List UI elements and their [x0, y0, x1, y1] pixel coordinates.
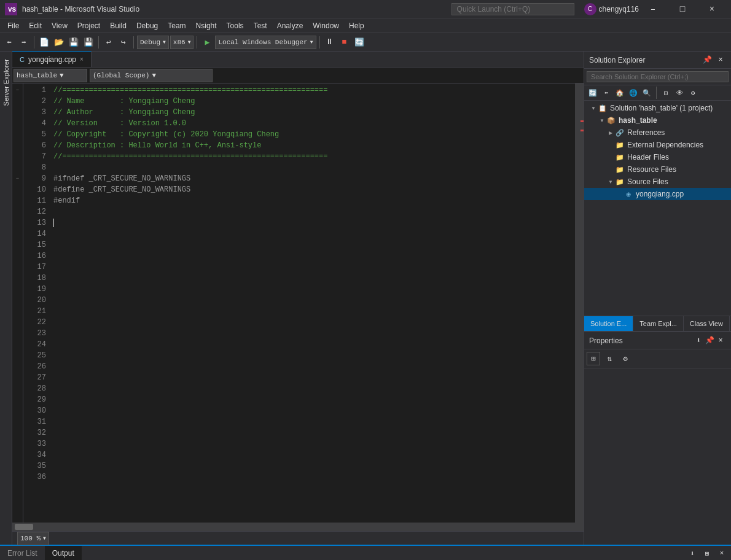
- file-tab-yongqiang[interactable]: C yongqiang.cpp ×: [12, 51, 92, 67]
- se-home-button[interactable]: 🏠: [614, 87, 626, 99]
- prop-header: Properties ⬇ 📌 ×: [584, 332, 731, 349]
- menu-item-nsight[interactable]: Nsight: [191, 18, 222, 33]
- prop-close-button[interactable]: ×: [715, 335, 726, 346]
- external-dependencies-item[interactable]: ▶ 📁 External Dependencies: [584, 139, 731, 151]
- resource-expand-arrow: ▶: [606, 167, 615, 173]
- code-line-24: [53, 339, 575, 350]
- se-close-button[interactable]: ×: [715, 55, 726, 66]
- menu-item-project[interactable]: Project: [72, 18, 105, 33]
- user-info: C chengyq116: [584, 3, 639, 15]
- menu-item-build[interactable]: Build: [105, 18, 131, 33]
- se-pin-button[interactable]: 📌: [702, 55, 713, 66]
- se-show-all-button[interactable]: 👁: [673, 87, 686, 99]
- se-refresh-button[interactable]: 🔄: [587, 87, 599, 99]
- line-spacer: [12, 184, 23, 195]
- prop-alphabetical-button[interactable]: ⇅: [603, 352, 616, 365]
- project-item[interactable]: ▼ 📦 hash_table: [584, 114, 731, 126]
- output-tab[interactable]: Output: [45, 546, 82, 561]
- username: chengyq116: [599, 5, 639, 14]
- bp-controls: ⬇ ⊞ ×: [686, 546, 731, 560]
- debugger-dropdown[interactable]: Local Windows Debugger▼: [215, 36, 316, 49]
- prop-pages-button[interactable]: ⚙: [619, 352, 632, 365]
- platform-dropdown[interactable]: x86▼: [170, 36, 194, 49]
- source-expand-arrow: ▼: [606, 179, 615, 185]
- header-files-item[interactable]: ▶ 📁 Header Files: [584, 151, 731, 163]
- solution-root-item[interactable]: ▼ 📋 Solution 'hash_table' (1 project): [584, 102, 731, 114]
- collapse-btn-1[interactable]: −: [12, 85, 23, 96]
- restart-button[interactable]: 🔄: [353, 36, 366, 49]
- references-item[interactable]: ▶ 🔗 References: [584, 126, 731, 139]
- forward-button[interactable]: ➡: [17, 36, 31, 49]
- bp-float-button[interactable]: ⊞: [700, 546, 714, 560]
- se-back-button[interactable]: ⬅: [600, 87, 612, 99]
- h-scroll-thumb[interactable]: [15, 524, 33, 530]
- restore-button[interactable]: □: [668, 0, 697, 18]
- start-debug-button[interactable]: ▶: [200, 36, 214, 49]
- bp-close-button[interactable]: ×: [715, 546, 729, 560]
- file-dropdown[interactable]: hash_table▼: [14, 69, 87, 82]
- redo-button[interactable]: ↪: [117, 36, 130, 49]
- se-search-input[interactable]: [587, 71, 729, 82]
- menu-item-file[interactable]: File: [2, 18, 24, 33]
- menu-item-view[interactable]: View: [47, 18, 72, 33]
- server-explorer-label[interactable]: Server Explorer: [0, 56, 12, 108]
- yongqiang-cpp-item[interactable]: ▶ ⊕ yongqiang.cpp: [584, 188, 731, 200]
- code-line-22: [53, 317, 575, 328]
- menu-item-help[interactable]: Help: [344, 18, 369, 33]
- project-label: hash_table: [619, 116, 657, 125]
- tab-filename: yongqiang.cpp: [28, 55, 76, 64]
- editor-scrollbar[interactable]: [575, 84, 584, 523]
- menu-item-tools[interactable]: Tools: [222, 18, 249, 33]
- bp-expand-button[interactable]: ⬇: [686, 546, 699, 560]
- error-list-tab[interactable]: Error List: [0, 546, 45, 561]
- bottom-panel-tabs: Error List Output ⬇ ⊞ ×: [0, 546, 731, 560]
- class-view-tab[interactable]: Class View: [684, 316, 730, 332]
- header-label: Header Files: [627, 153, 669, 161]
- debug-config-dropdown[interactable]: Debug▼: [137, 36, 169, 49]
- tab-close-button[interactable]: ×: [80, 56, 84, 63]
- solution-explorer-tab[interactable]: Solution E...: [584, 316, 633, 332]
- se-tree: ▼ 📋 Solution 'hash_table' (1 project) ▼ …: [584, 101, 731, 316]
- scope-dropdown[interactable]: (Global Scope)▼: [90, 69, 213, 82]
- menu-item-window[interactable]: Window: [308, 18, 344, 33]
- save-all-button[interactable]: 💾: [82, 36, 95, 49]
- save-button[interactable]: 💾: [67, 36, 80, 49]
- prop-pin-button[interactable]: 📌: [704, 335, 715, 346]
- code-line-36: [53, 472, 575, 483]
- code-editor[interactable]: − − 1234 5678 9101112 13141516 17181920 …: [12, 84, 584, 523]
- team-explorer-tab[interactable]: Team Expl...: [633, 316, 684, 332]
- open-button[interactable]: 📂: [52, 36, 66, 49]
- horizontal-scrollbar[interactable]: [12, 523, 584, 531]
- menu-item-debug[interactable]: Debug: [131, 18, 163, 33]
- title-bar: VS hash_table - Microsoft Visual Studio …: [0, 0, 731, 18]
- menu-item-test[interactable]: Test: [249, 18, 272, 33]
- minimize-button[interactable]: –: [639, 0, 667, 18]
- quick-launch-input[interactable]: [452, 3, 574, 15]
- se-collapse-button[interactable]: ⊟: [660, 87, 672, 99]
- menu-item-team[interactable]: Team: [163, 18, 190, 33]
- new-project-button[interactable]: 📄: [37, 36, 51, 49]
- collapse-btn-9[interactable]: −: [12, 173, 23, 184]
- se-web-button[interactable]: 🌐: [627, 87, 639, 99]
- close-button[interactable]: ×: [698, 0, 726, 18]
- back-button[interactable]: ⬅: [2, 36, 16, 49]
- pause-button[interactable]: ⏸: [323, 36, 337, 49]
- source-label: Source Files: [627, 177, 668, 186]
- se-filter-button[interactable]: ⚙: [687, 87, 699, 99]
- resource-files-item[interactable]: ▶ 📁 Resource Files: [584, 163, 731, 176]
- code-line-23: [53, 328, 575, 339]
- se-search-btn[interactable]: 🔍: [641, 87, 653, 99]
- prop-categories-button[interactable]: ⊞: [587, 352, 600, 365]
- prop-content: [584, 368, 731, 418]
- menu-item-edit[interactable]: Edit: [24, 18, 47, 33]
- se-search-box: [584, 69, 731, 85]
- source-files-item[interactable]: ▼ 📁 Source Files: [584, 176, 731, 188]
- undo-button[interactable]: ↩: [102, 36, 115, 49]
- code-lines[interactable]: //======================================…: [51, 84, 575, 523]
- zoom-dropdown[interactable]: 100 %▼: [17, 532, 49, 545]
- bottom-panel: Error List Output ⬇ ⊞ × Show output from…: [0, 545, 731, 560]
- prop-expand-button[interactable]: ⬇: [693, 335, 704, 346]
- line-spacer: [12, 96, 23, 107]
- stop-button[interactable]: ■: [338, 36, 351, 49]
- menu-item-analyze[interactable]: Analyze: [272, 18, 308, 33]
